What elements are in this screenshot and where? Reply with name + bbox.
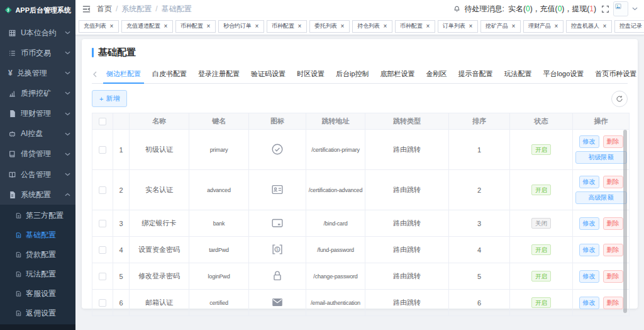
table-row: 1 初级认证 primary /certification-primary 路由… xyxy=(92,130,630,170)
sidebar-item-loan[interactable]: 借贷管理 xyxy=(0,144,75,164)
subtab-footer-config[interactable]: 底部栏设置 xyxy=(377,65,418,84)
subtab-admin-ip-config[interactable]: 后台ip控制 xyxy=(333,65,372,84)
delete-button[interactable]: 删除 xyxy=(603,297,623,309)
tab-close-icon[interactable]: × xyxy=(510,23,517,30)
bell-icon[interactable] xyxy=(453,5,461,13)
add-button[interactable]: + 新增 xyxy=(92,90,127,107)
edit-button[interactable]: 修改 xyxy=(579,270,599,283)
refresh-button[interactable] xyxy=(611,91,628,107)
tab-close-icon[interactable]: × xyxy=(339,23,346,30)
subtab-kingkong-config[interactable]: 金刚区 xyxy=(423,65,450,84)
sidebar-item-ai[interactable]: AI控盘 xyxy=(0,124,75,144)
tab-label: 充值通道配置 xyxy=(126,22,160,30)
sidebar-item-wealth[interactable]: 理财管理 xyxy=(0,104,75,124)
edit-button[interactable]: 修改 xyxy=(579,217,599,230)
edit-button[interactable]: 修改 xyxy=(579,176,599,188)
sidebar-item-loan-config[interactable]: 贷款配置 xyxy=(0,245,75,265)
delete-button[interactable]: 删除 xyxy=(603,176,623,188)
breadcrumb: 首页 / 系统配置 / 基础配置 xyxy=(97,4,192,14)
chevron-down-icon xyxy=(65,31,70,35)
collapse-sidebar-icon[interactable] xyxy=(82,4,91,14)
subtab-captcha-config[interactable]: 验证码设置 xyxy=(248,65,289,84)
subtab-logo-config[interactable]: 平台logo设置 xyxy=(540,65,587,84)
tab-item[interactable]: 充值通道配置× xyxy=(121,20,173,33)
select-all-checkbox[interactable] xyxy=(99,118,106,125)
delete-button[interactable]: 删除 xyxy=(603,244,623,256)
row-sort: 4 xyxy=(449,237,510,263)
tab-item[interactable]: 订单列表× xyxy=(438,20,478,33)
sidebar-item-play-config[interactable]: 玩法配置 xyxy=(0,265,75,284)
sidebar-item-service-config[interactable]: 客服设置 xyxy=(0,284,75,304)
row-checkbox[interactable] xyxy=(99,246,106,254)
chevron-down-icon[interactable] xyxy=(632,7,638,11)
sidebar-item-basic-config[interactable]: 基础配置 xyxy=(0,225,75,245)
tab-item[interactable]: 控盘记录× xyxy=(614,20,644,33)
tab-close-icon[interactable]: × xyxy=(467,23,474,30)
row-checkbox[interactable] xyxy=(99,220,106,227)
tab-item[interactable]: 持仓列表× xyxy=(352,20,392,33)
row-checkbox[interactable] xyxy=(99,273,106,280)
broken-image-icon xyxy=(615,3,621,9)
tab-item[interactable]: 秒合约订单× xyxy=(218,20,264,33)
row-checkbox[interactable] xyxy=(99,186,106,194)
delete-button[interactable]: 删除 xyxy=(603,135,623,148)
lock-icon xyxy=(270,269,284,283)
tab-close-icon[interactable]: × xyxy=(162,23,169,30)
sidebar-item-system-config[interactable]: 系统配置 xyxy=(0,185,75,205)
row-url: /certification-primary xyxy=(306,130,365,170)
tab-close-icon[interactable]: × xyxy=(425,23,431,30)
file-icon xyxy=(15,212,22,219)
tab-label: 币种配置 xyxy=(180,22,203,30)
breadcrumb-home[interactable]: 首页 xyxy=(97,4,112,14)
edit-button[interactable]: 修改 xyxy=(579,135,599,148)
tab-item[interactable]: 控盘机器人× xyxy=(566,20,612,33)
subtab-login-register-config[interactable]: 登录注册配置 xyxy=(195,65,243,84)
subtab-play-config[interactable]: 玩法配置 xyxy=(501,65,535,84)
tab-item[interactable]: 委托列表× xyxy=(309,20,350,33)
row-url: /change-password xyxy=(306,263,365,290)
row-key: certified xyxy=(189,290,249,316)
tab-item[interactable]: 理财产品× xyxy=(523,20,564,33)
edit-button[interactable]: 修改 xyxy=(579,297,599,309)
row-name: 邮箱认证 xyxy=(130,290,189,316)
row-checkbox[interactable] xyxy=(99,299,106,307)
tab-item[interactable]: 币种配置× xyxy=(267,20,307,33)
subtab-sound-config[interactable]: 提示音配置 xyxy=(455,65,496,84)
row-sort: 1 xyxy=(449,130,510,170)
subtab-whitepaper-config[interactable]: 白皮书配置 xyxy=(149,65,190,84)
row-checkbox[interactable] xyxy=(99,146,106,154)
advanced-limit-button[interactable]: 高级限额 xyxy=(575,191,627,204)
subtab-timezone-config[interactable]: 时区设置 xyxy=(294,65,328,84)
tab-item[interactable]: 币种配置× xyxy=(395,20,435,33)
svg-text:$: $ xyxy=(276,247,279,252)
tab-item[interactable]: 挖矿产品× xyxy=(480,20,521,33)
scroll-left-icon[interactable] xyxy=(92,71,98,77)
tab-close-icon[interactable]: × xyxy=(108,23,115,30)
sidebar-item-coin-trade[interactable]: 币币交易 xyxy=(0,43,75,63)
tab-close-icon[interactable]: × xyxy=(205,23,212,30)
subtab-sidebar-config[interactable]: 侧边栏配置 xyxy=(103,65,144,84)
tab-item[interactable]: 币种配置× xyxy=(175,20,216,33)
edit-button[interactable]: 修改 xyxy=(579,244,599,256)
delete-button[interactable]: 删除 xyxy=(603,270,623,283)
sidebar-item-announcement[interactable]: 公告管理 xyxy=(0,164,75,185)
tab-item[interactable]: 充值列表× xyxy=(79,20,119,33)
tab-close-icon[interactable]: × xyxy=(553,23,560,30)
subtab-home-coin-config[interactable]: 首页币种设置 xyxy=(592,65,640,84)
sidebar-item-exchange[interactable]: ¥ 兑换管理 xyxy=(0,63,75,83)
tab-close-icon[interactable]: × xyxy=(253,23,260,30)
tab-close-icon[interactable]: × xyxy=(382,23,389,30)
avatar[interactable] xyxy=(613,1,628,16)
tab-close-icon[interactable]: × xyxy=(296,23,303,30)
sidebar-item-rebate-config[interactable]: 返佣设置 xyxy=(0,304,75,323)
fullscreen-icon[interactable] xyxy=(601,5,609,13)
primary-limit-button[interactable]: 初级限额 xyxy=(575,151,627,164)
table-scrollbar[interactable] xyxy=(623,130,627,313)
sidebar-item-third-party-config[interactable]: 第三方配置 xyxy=(0,206,75,225)
tab-close-icon[interactable]: × xyxy=(601,23,608,30)
sidebar-item-u-contract[interactable]: U本位合约 xyxy=(0,23,75,43)
sidebar-item-mining[interactable]: 质押挖矿 xyxy=(0,83,75,103)
delete-button[interactable]: 删除 xyxy=(603,217,623,230)
row-sort: 2 xyxy=(449,170,510,210)
pending-messages[interactable]: 实名(0)，充值(0)，提现(1) xyxy=(508,4,596,14)
